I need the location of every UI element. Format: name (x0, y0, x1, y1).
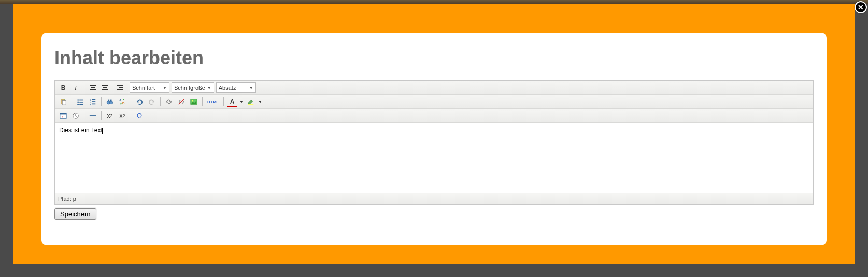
block-format-select[interactable]: Absatz ▼ (216, 82, 256, 93)
svg-text:B: B (122, 101, 125, 105)
horizontal-rule-button[interactable] (88, 110, 98, 121)
html-source-button[interactable]: HTML (206, 96, 220, 107)
link-icon (165, 98, 173, 105)
block-format-label: Absatz (219, 85, 247, 91)
unlink-button[interactable] (176, 96, 187, 107)
toolbar-row-3: 7 x2 x2 Ω (55, 109, 813, 123)
svg-rect-16 (108, 100, 110, 102)
path-prefix: Pfad: (58, 196, 73, 202)
font-size-select[interactable]: Schriftgröße ▼ (172, 82, 214, 93)
page-title: Inhalt bearbeiten (54, 47, 814, 69)
svg-text:3: 3 (90, 103, 91, 105)
separator (101, 111, 102, 120)
bullet-list-icon (77, 98, 84, 105)
hr-icon (89, 112, 96, 119)
bold-button[interactable]: B (58, 82, 68, 93)
special-char-button[interactable]: Ω (134, 110, 145, 121)
svg-rect-9 (92, 99, 95, 100)
replace-button[interactable]: AB (117, 96, 127, 107)
path-value[interactable]: p (73, 196, 76, 202)
redo-icon (148, 98, 155, 105)
close-icon: ✕ (858, 3, 864, 11)
align-right-button[interactable] (112, 82, 123, 93)
chevron-down-icon: ▼ (163, 86, 167, 90)
clock-icon (72, 112, 79, 119)
paste-button[interactable] (58, 96, 68, 107)
separator (223, 97, 224, 106)
superscript-button[interactable]: x2 (117, 110, 127, 121)
separator (101, 97, 102, 106)
chevron-down-icon: ▼ (207, 86, 211, 90)
svg-point-15 (110, 101, 113, 104)
svg-text:A: A (119, 98, 122, 102)
svg-point-22 (192, 100, 193, 102)
toolbar-row-2: 123 AB (55, 95, 813, 109)
bullet-list-button[interactable] (75, 96, 86, 107)
toolbar-row-1: B I Schriftart ▼ Schriftgröße ▼ Absatz ▼ (55, 81, 813, 95)
bg-color-dropdown[interactable]: ▼ (258, 96, 262, 107)
svg-point-4 (77, 102, 79, 103)
image-icon (190, 98, 197, 105)
svg-text:7: 7 (62, 115, 64, 118)
undo-button[interactable] (134, 96, 145, 107)
font-family-select[interactable]: Schriftart ▼ (130, 82, 169, 93)
editor-text: Dies ist ein Text (59, 127, 103, 134)
align-left-button[interactable] (88, 82, 98, 93)
svg-rect-7 (79, 104, 83, 105)
subscript-button[interactable]: x2 (105, 110, 115, 121)
italic-button[interactable]: I (70, 82, 81, 93)
modal-backdrop: Inhalt bearbeiten B I Schriftart ▼ Schri… (13, 4, 855, 264)
numbered-list-icon: 123 (89, 98, 96, 105)
superscript-2: 2 (122, 113, 125, 118)
separator (84, 83, 84, 92)
modal-panel: Inhalt bearbeiten B I Schriftart ▼ Schri… (41, 33, 827, 245)
svg-rect-3 (79, 100, 83, 101)
binoculars-icon (106, 98, 113, 105)
text-color-button[interactable]: A (227, 96, 237, 107)
bg-color-button[interactable] (246, 96, 256, 107)
svg-rect-17 (110, 100, 112, 102)
redo-button[interactable] (147, 96, 157, 107)
text-cursor (102, 128, 103, 134)
save-button[interactable]: Speichern (54, 208, 96, 220)
insert-date-button[interactable]: 7 (58, 110, 68, 121)
rich-text-editor: B I Schriftart ▼ Schriftgröße ▼ Absatz ▼ (54, 80, 814, 205)
paste-icon (60, 98, 67, 105)
svg-rect-5 (79, 102, 83, 103)
unlink-icon (178, 98, 185, 105)
chevron-down-icon: ▼ (249, 86, 253, 90)
text-color-dropdown[interactable]: ▼ (239, 96, 244, 107)
separator (126, 83, 126, 92)
text-color-letter: A (230, 98, 235, 105)
text-color-swatch (227, 106, 237, 107)
svg-rect-30 (90, 115, 96, 116)
separator (131, 97, 131, 106)
align-center-button[interactable] (100, 82, 110, 93)
subscript-2: 2 (110, 113, 112, 118)
svg-rect-11 (92, 101, 95, 102)
svg-rect-1 (62, 100, 66, 105)
insert-time-button[interactable] (70, 110, 81, 121)
editor-content-area[interactable]: Dies ist ein Text (55, 123, 813, 193)
separator (72, 97, 72, 106)
numbered-list-button[interactable]: 123 (88, 96, 98, 107)
svg-point-6 (77, 104, 79, 105)
separator (131, 111, 131, 120)
highlight-icon (247, 98, 254, 105)
link-button[interactable] (164, 96, 174, 107)
app-top-bar (0, 0, 868, 4)
svg-point-2 (77, 99, 79, 101)
calendar-icon: 7 (60, 112, 67, 119)
find-button[interactable] (105, 96, 115, 107)
separator (202, 97, 203, 106)
close-button[interactable]: ✕ (855, 1, 867, 13)
font-size-label: Schriftgröße (174, 85, 205, 91)
replace-icon: AB (119, 98, 126, 105)
editor-path-bar: Pfad: p (55, 193, 813, 204)
undo-icon (136, 98, 143, 105)
separator (160, 97, 161, 106)
svg-rect-13 (92, 104, 95, 105)
font-family-label: Schriftart (132, 85, 161, 91)
svg-rect-23 (248, 104, 254, 105)
image-button[interactable] (189, 96, 199, 107)
